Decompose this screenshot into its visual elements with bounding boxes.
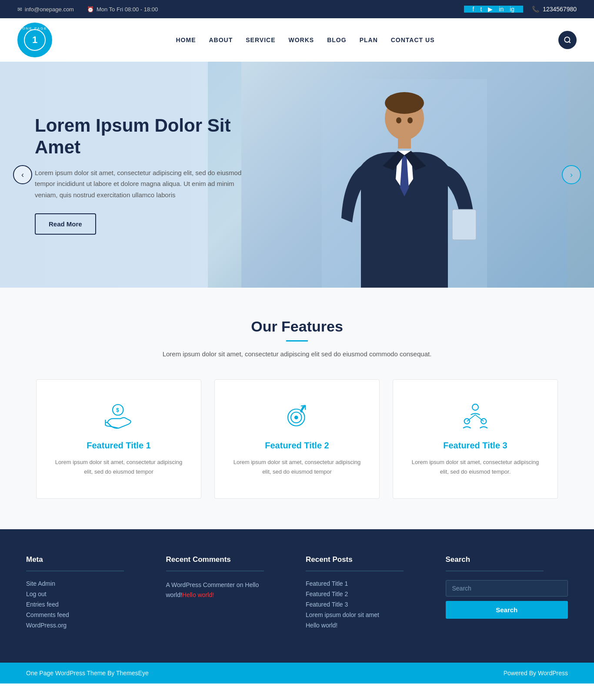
- footer-entries-feed[interactable]: Entries feed: [26, 601, 149, 608]
- footer-post-3[interactable]: Featured Title 3: [306, 601, 428, 608]
- svg-rect-6: [452, 209, 476, 240]
- feature-title-3: Featured Title 3: [410, 441, 540, 451]
- footer-divider-4: [446, 571, 544, 571]
- footer-comment-text: A WordPress Commenter on Hello world!Hel…: [166, 580, 289, 600]
- email-icon: ✉: [17, 6, 22, 13]
- main-nav: HOME ABOUT SERVICE WORKS BLOG PLAN CONTA…: [176, 36, 435, 43]
- footer-post-5[interactable]: Hello world!: [306, 622, 428, 629]
- hours-info: ⏰ Mon To Fri 08:00 - 18:00: [87, 6, 158, 13]
- footer-post-4[interactable]: Lorem ipsum dolor sit amet: [306, 611, 428, 618]
- feature-title-1: Featured Title 1: [54, 441, 184, 451]
- features-grid: $ Featured Title 1 Lorem ipsum dolor sit…: [26, 379, 568, 499]
- hero-content: Lorem Ipsum Dolor Sit Amet Lorem ipsum d…: [0, 115, 261, 235]
- footer-wordpress-org[interactable]: WordPress.org: [26, 622, 149, 629]
- svg-point-7: [396, 117, 401, 123]
- footer-search-title: Search: [446, 555, 568, 564]
- nav-plan[interactable]: PLAN: [360, 36, 378, 43]
- svg-point-19: [472, 404, 478, 410]
- nav-about[interactable]: ABOUT: [209, 36, 233, 43]
- search-button[interactable]: [558, 31, 577, 49]
- footer-divider-2: [166, 571, 264, 571]
- logo-wrap: ONE PAGE 1: [17, 23, 52, 57]
- feature-desc-2: Lorem ipsum dolor sit amet, consectetur …: [232, 458, 362, 477]
- hero-read-more-button[interactable]: Read More: [35, 213, 96, 235]
- footer-grid: Meta Site Admin Log out Entries feed Com…: [26, 555, 568, 632]
- site-header: ONE PAGE 1 HOME ABOUT SERVICE WORKS BLOG…: [0, 18, 594, 62]
- footer-divider-1: [26, 571, 124, 571]
- footer-comments-feed[interactable]: Comments feed: [26, 611, 149, 618]
- features-desc: Lorem ipsum dolor sit amet, consectetur …: [26, 350, 568, 358]
- youtube-icon[interactable]: ▶: [488, 6, 493, 13]
- logo-text: ONE PAGE: [22, 27, 47, 30]
- footer-post-1[interactable]: Featured Title 1: [306, 580, 428, 587]
- svg-point-4: [385, 92, 424, 114]
- logo: ONE PAGE 1: [17, 23, 52, 57]
- svg-point-14: [294, 415, 298, 419]
- footer-bottom: One Page WordPress Theme By ThemesEye Po…: [0, 663, 594, 683]
- hero-image-area: [241, 62, 568, 288]
- instagram-icon[interactable]: ig: [510, 6, 514, 13]
- hero-title: Lorem Ipsum Dolor Sit Amet: [35, 115, 261, 159]
- money-hand-icon: $: [103, 401, 134, 432]
- comment-link[interactable]: Hello world!: [182, 591, 214, 598]
- hero-next-button[interactable]: ›: [562, 165, 581, 184]
- footer-search-input-wrap: [446, 580, 568, 597]
- nav-home[interactable]: HOME: [176, 36, 196, 43]
- clock-icon: ⏰: [87, 6, 94, 13]
- footer-site-admin[interactable]: Site Admin: [26, 580, 149, 587]
- feature-desc-1: Lorem ipsum dolor sit amet, consectetur …: [54, 458, 184, 477]
- svg-line-23: [475, 415, 484, 421]
- linkedin-icon[interactable]: in: [499, 6, 504, 13]
- footer-comments-title: Recent Comments: [166, 555, 289, 564]
- footer-recent-posts: Recent Posts Featured Title 1 Featured T…: [306, 555, 428, 632]
- features-section: Our Features Lorem ipsum dolor sit amet,…: [0, 288, 594, 529]
- feature-card-3: Featured Title 3 Lorem ipsum dolor sit a…: [393, 379, 558, 499]
- footer-divider-3: [306, 571, 404, 571]
- footer-search-input[interactable]: [446, 580, 568, 597]
- footer-log-out[interactable]: Log out: [26, 591, 149, 597]
- svg-rect-5: [398, 136, 411, 149]
- top-bar-left: ✉ info@onepage.com ⏰ Mon To Fri 08:00 - …: [17, 6, 158, 13]
- footer-meta: Meta Site Admin Log out Entries feed Com…: [26, 555, 149, 632]
- team-icon: [460, 401, 491, 432]
- nav-service[interactable]: SERVICE: [246, 36, 275, 43]
- nav-blog[interactable]: BLOG: [327, 36, 346, 43]
- twitter-icon[interactable]: t: [480, 6, 482, 13]
- svg-text:$: $: [116, 407, 119, 413]
- person-illustration: [322, 79, 487, 288]
- hero-section: Lorem Ipsum Dolor Sit Amet Lorem ipsum d…: [0, 62, 594, 288]
- nav-contact[interactable]: CONTACT US: [391, 36, 435, 43]
- svg-line-22: [467, 415, 475, 421]
- footer-meta-title: Meta: [26, 555, 149, 564]
- target-icon: [282, 401, 312, 432]
- svg-point-0: [564, 37, 570, 42]
- hero-prev-button[interactable]: ‹: [13, 165, 32, 184]
- feature-card-1: $ Featured Title 1 Lorem ipsum dolor sit…: [36, 379, 201, 499]
- phone-info: 📞 1234567980: [523, 6, 577, 13]
- footer-search: Search Search: [446, 555, 568, 632]
- footer-recent-comments: Recent Comments A WordPress Commenter on…: [166, 555, 289, 632]
- nav-works[interactable]: WORKS: [289, 36, 314, 43]
- footer-posts-title: Recent Posts: [306, 555, 428, 564]
- footer: Meta Site Admin Log out Entries feed Com…: [0, 529, 594, 663]
- footer-bottom-right: Powered By WordPress: [504, 670, 568, 677]
- facebook-icon[interactable]: f: [473, 6, 474, 13]
- feature-card-2: Featured Title 2 Lorem ipsum dolor sit a…: [214, 379, 380, 499]
- footer-post-2[interactable]: Featured Title 2: [306, 591, 428, 597]
- hero-description: Lorem ipsum dolor sit amet, consectetur …: [35, 167, 244, 201]
- logo-inner: 1: [24, 29, 46, 51]
- feature-title-2: Featured Title 2: [232, 441, 362, 451]
- section-divider: [286, 340, 308, 342]
- top-bar: ✉ info@onepage.com ⏰ Mon To Fri 08:00 - …: [0, 0, 594, 18]
- features-title: Our Features: [26, 318, 568, 335]
- footer-search-button[interactable]: Search: [446, 601, 568, 619]
- feature-desc-3: Lorem ipsum dolor sit amet, consectetur …: [410, 458, 540, 477]
- footer-bottom-left: One Page WordPress Theme By ThemesEye: [26, 670, 149, 677]
- social-links[interactable]: f t ▶ in ig: [464, 6, 524, 13]
- email-info: ✉ info@onepage.com: [17, 6, 74, 13]
- phone-icon: 📞: [532, 6, 539, 13]
- svg-point-8: [407, 117, 413, 123]
- svg-line-1: [569, 41, 570, 43]
